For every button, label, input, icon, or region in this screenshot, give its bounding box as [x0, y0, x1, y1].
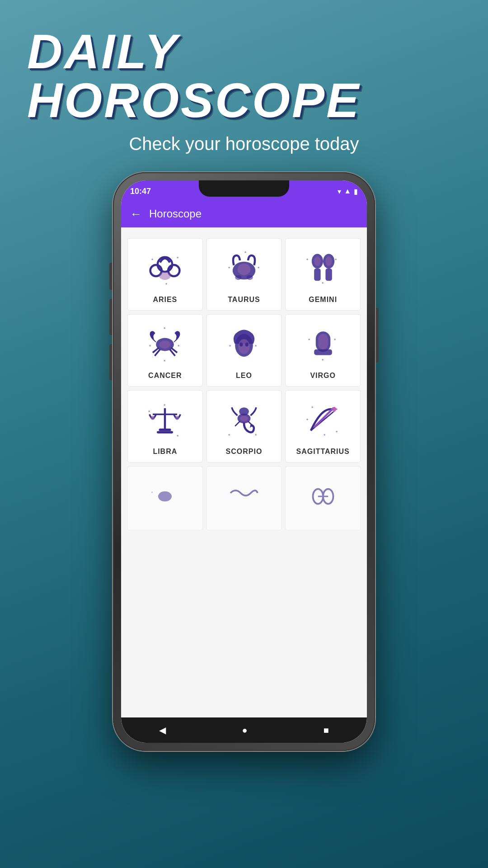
svg-text:★: ★ — [229, 344, 231, 348]
svg-text:★: ★ — [306, 417, 309, 421]
svg-text:★: ★ — [177, 255, 179, 259]
sagittarius-icon: ★ ★ ★ ★ — [300, 398, 346, 443]
svg-text:★: ★ — [177, 434, 179, 438]
svg-text:★: ★ — [151, 491, 153, 494]
phone-frame: 10:47 ▾ ▲ ▮ ← Horoscope — [113, 172, 375, 751]
signal-icon: ▲ — [344, 187, 351, 195]
libra-icon: ★ ★ ★ — [142, 398, 188, 443]
svg-text:★: ★ — [333, 337, 336, 341]
leo-icon: ★ ★ — [221, 322, 267, 367]
svg-text:★: ★ — [244, 250, 247, 254]
svg-rect-40 — [318, 334, 328, 349]
svg-text:★: ★ — [164, 359, 166, 363]
scorpio-icon: ★ ★ — [221, 398, 267, 443]
gemini-label: GEMINI — [309, 296, 337, 304]
svg-text:★: ★ — [254, 433, 257, 437]
gemini-icon: ★ ★ ★ — [300, 246, 346, 291]
svg-rect-18 — [314, 269, 320, 281]
svg-text:★: ★ — [148, 409, 151, 413]
svg-point-50 — [175, 416, 179, 420]
taurus-label: TAURUS — [228, 296, 260, 304]
zodiac-cell-cancer[interactable]: ★ ★ ★ ★ CANCER — [127, 314, 203, 387]
zodiac-cell-scorpio[interactable]: ★ ★ SCORPIO — [206, 390, 282, 462]
svg-text:★: ★ — [164, 326, 166, 330]
zodiac-grid-area: ★ ★ ★ ARIES — [121, 227, 367, 743]
status-time: 10:47 — [130, 187, 151, 196]
svg-text:★: ★ — [334, 257, 337, 261]
svg-point-24 — [160, 340, 171, 349]
aries-icon: ★ ★ ★ — [142, 246, 188, 291]
svg-text:★: ★ — [254, 344, 257, 348]
svg-text:★: ★ — [321, 358, 324, 362]
svg-text:★: ★ — [165, 282, 168, 286]
svg-rect-47 — [159, 429, 171, 431]
silent-button — [109, 344, 113, 380]
svg-text:★: ★ — [149, 344, 151, 348]
svg-line-58 — [235, 421, 240, 426]
app-title: DAILY HOROSCOPE — [27, 27, 461, 125]
svg-rect-19 — [325, 269, 332, 281]
svg-text:★: ★ — [164, 403, 166, 407]
zodiac-cell-aries[interactable]: ★ ★ ★ ARIES — [127, 238, 203, 311]
zodiac-cell-capricorn[interactable]: ★ — [127, 466, 203, 530]
back-button[interactable]: ← — [130, 207, 142, 221]
svg-point-3 — [160, 272, 171, 280]
volume-down-button — [109, 299, 113, 335]
scorpio-label: SCORPIO — [226, 448, 263, 456]
zodiac-cell-taurus[interactable]: ★ ★ ★ TAURUS — [206, 238, 282, 311]
virgo-icon: ★ ★ ★ — [300, 322, 346, 367]
nav-recents-button[interactable]: ■ — [324, 725, 329, 736]
svg-text:★: ★ — [307, 337, 310, 341]
leo-label: LEO — [236, 372, 252, 380]
zodiac-cell-leo[interactable]: ★ ★ LEO — [206, 314, 282, 387]
svg-text:★: ★ — [257, 265, 260, 269]
screen-title: Horoscope — [149, 208, 202, 220]
svg-point-8 — [238, 264, 251, 275]
svg-text:★: ★ — [177, 344, 180, 348]
svg-text:★: ★ — [151, 257, 154, 261]
capricorn-icon: ★ — [142, 474, 188, 519]
svg-point-10 — [246, 275, 253, 280]
status-icons: ▾ ▲ ▮ — [338, 187, 358, 196]
svg-point-9 — [235, 275, 241, 280]
aries-label: ARIES — [153, 296, 177, 304]
svg-text:★: ★ — [228, 433, 230, 437]
phone-notch — [199, 180, 289, 197]
svg-point-36 — [245, 343, 249, 347]
svg-point-16 — [314, 256, 320, 266]
cancer-label: CANCER — [148, 372, 182, 380]
phone-mockup: 10:47 ▾ ▲ ▮ ← Horoscope — [113, 172, 375, 751]
volume-up-button — [109, 263, 113, 290]
taurus-icon: ★ ★ ★ — [221, 246, 267, 291]
zodiac-cell-aquarius[interactable] — [206, 466, 282, 530]
aquarius-icon — [221, 474, 267, 519]
zodiac-cell-virgo[interactable]: ★ ★ ★ VIRGO — [285, 314, 361, 387]
app-subtitle: Check your horoscope today — [27, 134, 461, 154]
svg-point-70 — [158, 491, 172, 502]
svg-point-34 — [238, 339, 249, 354]
page-header: DAILY HOROSCOPE Check your horoscope tod… — [0, 0, 488, 163]
cancer-icon: ★ ★ ★ ★ — [142, 322, 188, 367]
zodiac-cell-sagittarius[interactable]: ★ ★ ★ ★ SAGITTARIUS — [285, 390, 361, 462]
zodiac-cell-gemini[interactable]: ★ ★ ★ GEMINI — [285, 238, 361, 311]
power-button — [375, 308, 379, 362]
svg-point-56 — [239, 407, 249, 415]
svg-point-35 — [239, 343, 243, 347]
svg-text:★: ★ — [323, 433, 326, 437]
pisces-icon — [300, 474, 346, 519]
svg-text:★: ★ — [311, 405, 314, 409]
svg-text:★: ★ — [335, 429, 338, 434]
wifi-icon: ▾ — [338, 187, 341, 196]
zodiac-cell-pisces[interactable] — [285, 466, 361, 530]
svg-rect-48 — [157, 431, 173, 433]
svg-text:★: ★ — [228, 265, 230, 269]
top-bar: ← Horoscope — [121, 200, 367, 227]
zodiac-cell-libra[interactable]: ★ ★ ★ LIBRA — [127, 390, 203, 462]
svg-point-17 — [325, 256, 332, 266]
svg-text:★: ★ — [321, 281, 324, 285]
nav-back-button[interactable]: ◀ — [159, 725, 166, 736]
zodiac-grid: ★ ★ ★ ARIES — [121, 227, 367, 541]
sagittarius-label: SAGITTARIUS — [296, 448, 350, 456]
nav-home-button[interactable]: ● — [242, 725, 247, 736]
libra-label: LIBRA — [153, 448, 177, 456]
